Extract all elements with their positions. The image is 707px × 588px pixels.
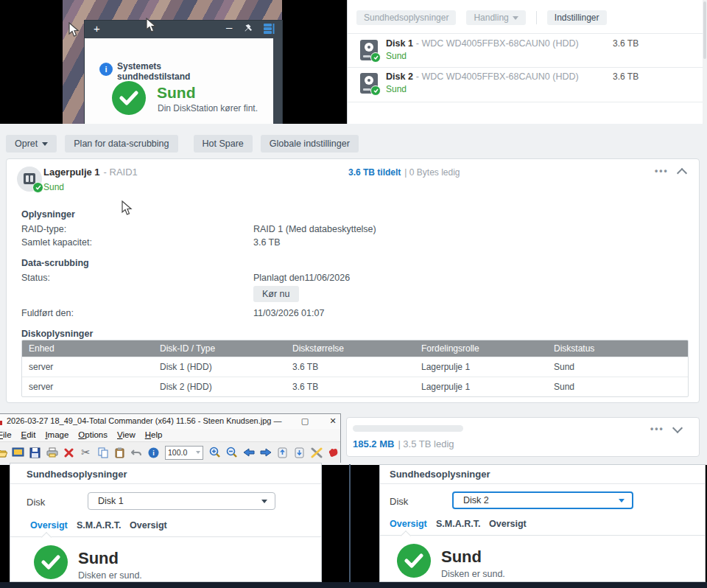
divider xyxy=(348,33,703,34)
table-row[interactable]: server Disk 2 (HDD) 3.6 TB Lagerpulje 1 … xyxy=(22,377,688,396)
ok-badge-icon xyxy=(370,52,381,63)
irfanview-titlebar[interactable]: 2026-03-27 18_49_04-Total Commander (x64… xyxy=(0,414,340,430)
open-icon[interactable] xyxy=(0,445,9,460)
more-actions-icon[interactable]: ••• xyxy=(650,424,664,434)
tab-oversigt-2[interactable]: Oversigt xyxy=(489,519,527,529)
scrub-plan-button[interactable]: Plan for data-scrubbing xyxy=(65,135,177,153)
hdd-icon xyxy=(360,73,378,94)
tab-smart[interactable]: S.M.A.R.T. xyxy=(436,519,480,529)
caret-down-icon xyxy=(619,499,625,503)
print-icon[interactable] xyxy=(44,445,60,460)
global-settings-button[interactable]: Globale indstillinger xyxy=(261,135,359,153)
pin-icon[interactable] xyxy=(244,24,253,34)
irfanview-toolbar: ✂ i 100.0 xyxy=(0,441,340,463)
next-image-icon[interactable] xyxy=(258,445,273,460)
minimize-icon[interactable]: — xyxy=(272,416,283,425)
tab-oversigt[interactable]: Oversigt xyxy=(30,520,68,531)
cut-icon[interactable]: ✂ xyxy=(78,445,94,460)
run-now-button[interactable]: Kør nu xyxy=(253,286,299,302)
svg-text:i: i xyxy=(152,449,155,457)
caret-down-icon xyxy=(196,451,200,454)
disk-select-dropdown[interactable]: Disk 2 xyxy=(452,491,633,509)
scrollbar-thumb[interactable] xyxy=(703,1,706,59)
exit-icon[interactable] xyxy=(326,445,341,460)
pool-status: Sund xyxy=(43,182,64,192)
maximize-icon[interactable]: ▢ xyxy=(300,416,310,426)
menu-options[interactable]: Options xyxy=(78,430,108,439)
zoom-in-icon[interactable] xyxy=(207,445,222,460)
copy-icon[interactable] xyxy=(95,445,110,460)
pool-name: Lagerpulje 1 xyxy=(43,167,100,178)
health-info-button[interactable]: Sundhedsoplysninger xyxy=(356,10,456,25)
delete-icon[interactable] xyxy=(61,445,77,460)
minimize-icon[interactable]: – xyxy=(226,21,232,32)
capacity-label: Samlet kapacitet: xyxy=(21,237,92,248)
first-image-icon[interactable] xyxy=(275,445,290,460)
disk-name: Disk 2 xyxy=(386,71,413,82)
disk-health-status: Sund xyxy=(78,549,119,568)
health-ok-icon xyxy=(112,81,146,115)
disk-select-dropdown[interactable]: Disk 1 xyxy=(88,492,275,510)
widget-settings-icon[interactable] xyxy=(264,24,275,34)
cursor-arrow xyxy=(68,22,80,38)
col-diskid: Disk-ID / Type xyxy=(153,340,286,357)
save-icon[interactable] xyxy=(27,445,43,460)
undo-icon[interactable] xyxy=(129,445,144,460)
col-size: Diskstørrelse xyxy=(286,340,415,357)
window-edge xyxy=(349,464,351,582)
disk-select-label: Disk xyxy=(390,496,408,507)
storage-pool-card: Lagerpulje 1- RAID1 Sund 3.6 TB tildelt|… xyxy=(6,158,700,403)
cursor-arrow xyxy=(146,18,157,33)
slideshow-icon[interactable] xyxy=(10,445,26,460)
disk-size: 3.6 TB xyxy=(613,38,639,49)
menu-help[interactable]: Help xyxy=(145,430,163,439)
irfanview-app-icon xyxy=(0,417,3,426)
health-panel-disk1: Sundhedsoplysninger Disk Disk 1 Oversigt… xyxy=(10,463,322,582)
hdd-panel: Sundhedsoplysninger Handling Indstilling… xyxy=(347,0,703,124)
disk-name: Disk 1 xyxy=(386,38,413,49)
close-icon[interactable]: ✕ xyxy=(328,416,338,426)
disk-row[interactable]: Disk 1- WDC WD4005FFBX-68CAUN0 (HDD) Sun… xyxy=(360,38,692,59)
disk-status: Sund xyxy=(386,84,407,94)
disk-model: - WDC WD4005FFBX-68CAUN0 (HDD) xyxy=(416,38,579,49)
tab-underline xyxy=(10,536,321,537)
menu-view[interactable]: View xyxy=(117,430,136,439)
volume-used: 185.2 MB xyxy=(353,438,394,449)
collapse-icon[interactable] xyxy=(677,168,687,178)
paste-icon[interactable] xyxy=(112,445,127,460)
table-row[interactable]: server Disk 1 (HDD) 3.6 TB Lagerpulje 1 … xyxy=(22,357,688,377)
zoom-out-icon[interactable] xyxy=(224,445,239,460)
add-widget-icon[interactable]: + xyxy=(94,23,100,34)
hot-spare-button[interactable]: Hot Spare xyxy=(194,135,253,153)
zoom-combobox[interactable]: 100.0 xyxy=(165,446,203,460)
health-ok-icon xyxy=(397,544,431,578)
tools-icon[interactable] xyxy=(309,445,324,460)
raid-type-label: RAID-type: xyxy=(21,224,66,234)
tab-underline xyxy=(380,535,705,536)
panel-title: Sundhedsoplysninger xyxy=(390,469,490,480)
irfanview-menubar: FileEditImageOptionsViewHelp xyxy=(0,429,340,441)
info-icon[interactable]: i xyxy=(146,445,161,460)
widget-titlebar[interactable]: + – xyxy=(85,21,282,38)
disk-table: Enhed Disk-ID / Type Diskstørrelse Forde… xyxy=(21,340,689,397)
expand-icon[interactable] xyxy=(672,423,683,433)
tab-oversigt-2[interactable]: Oversigt xyxy=(130,520,167,531)
col-role: Fordelingsrolle xyxy=(415,340,547,357)
ok-badge-icon xyxy=(370,85,381,96)
action-button[interactable]: Handling xyxy=(466,10,525,25)
create-button[interactable]: Opret xyxy=(6,135,57,153)
tab-smart[interactable]: S.M.A.R.T. xyxy=(77,520,121,531)
scrub-status-value: Planlagt den11/06/2026 xyxy=(253,273,350,283)
disk-row[interactable]: Disk 2- WDC WD4005FFBX-68CAUN0 (HDD) Sun… xyxy=(360,71,692,92)
menu-edit[interactable]: Edit xyxy=(21,430,36,439)
settings-button[interactable]: Indstillinger xyxy=(547,10,607,25)
more-actions-icon[interactable]: ••• xyxy=(655,166,669,176)
disk-select-label: Disk xyxy=(27,497,45,508)
panel-title: Sundhedsoplysninger xyxy=(27,469,127,480)
last-image-icon[interactable] xyxy=(292,445,307,460)
previous-image-icon[interactable] xyxy=(241,445,256,460)
menu-file[interactable]: File xyxy=(0,430,12,439)
irfanview-window: 2026-03-27 18_49_04-Total Commander (x64… xyxy=(0,413,341,463)
menu-image[interactable]: Image xyxy=(45,430,68,439)
tab-oversigt[interactable]: Oversigt xyxy=(390,519,427,529)
